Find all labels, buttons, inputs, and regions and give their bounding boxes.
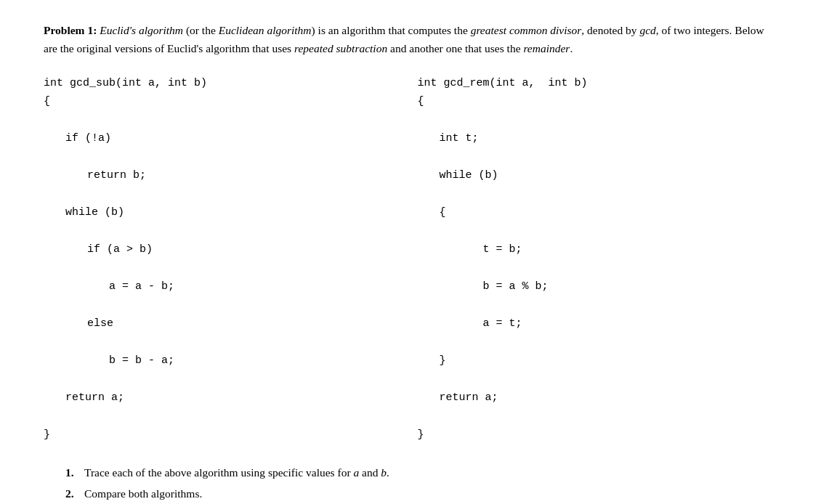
q2-number: 2. — [65, 483, 80, 504]
gcd-sub-b-assign: b = b - a; — [44, 351, 396, 370]
gcd-rem-blank5 — [418, 259, 770, 278]
gcd-rem-blank3 — [418, 185, 770, 204]
q2-text: Compare both algorithms. — [84, 483, 202, 504]
gcd-rem-close-inner: } — [418, 351, 770, 370]
euclidean-algo-text: Euclidean algorithm — [219, 24, 312, 36]
gcd-sub-if: if (!a) — [44, 129, 396, 148]
gcd-rem-while: while (b) — [418, 166, 770, 185]
gcd-sub-return-a: return a; — [44, 389, 396, 407]
q1-number: 1. — [65, 462, 80, 483]
gcd-rem-close-brace: } — [418, 426, 770, 444]
gcd-rem-blank1 — [418, 111, 770, 130]
gcd-sub-blank5 — [44, 259, 396, 278]
euclid-algo-text: Euclid's algorithm — [100, 24, 183, 36]
gcd-rem-signature: int gcd_rem(int a, int b) — [418, 74, 770, 93]
gcd-sub-column: int gcd_sub(int a, int b) { if (!a) retu… — [44, 74, 396, 444]
gcd-sub-blank8 — [44, 370, 396, 389]
gcd-rem-blank6 — [418, 296, 770, 315]
question-1: 1. Trace each of the above algorithm usi… — [65, 462, 769, 483]
gcd-sub-blank9 — [44, 407, 396, 426]
gcd-rem-return-a: return a; — [418, 389, 770, 407]
gcd-rem-blank9 — [418, 407, 770, 426]
gcd-sub-return-b: return b; — [44, 166, 396, 185]
gcd-sub-blank7 — [44, 333, 396, 352]
problem-label: Problem 1: — [44, 24, 97, 36]
code-section: int gcd_sub(int a, int b) { if (!a) retu… — [44, 74, 769, 444]
gcd-rem-open-brace: { — [418, 92, 770, 111]
gcd-rem-blank4 — [418, 222, 770, 241]
gcd-sub-blank4 — [44, 222, 396, 241]
gcd-sub-close-brace: } — [44, 426, 396, 444]
problem-description: Problem 1: Euclid's algorithm (or the Eu… — [44, 22, 769, 58]
gcd-rem-blank7 — [418, 333, 770, 352]
gcd-abbrev: gcd — [639, 24, 655, 36]
gcd-rem-a-assign: a = t; — [418, 314, 770, 333]
gcd-sub-signature: int gcd_sub(int a, int b) — [44, 74, 396, 93]
gcd-rem-blank2 — [418, 148, 770, 167]
gcd-sub-if-ab: if (a > b) — [44, 240, 396, 259]
gcd-rem-open-inner: { — [418, 203, 770, 222]
gcd-rem-column: int gcd_rem(int a, int b) { int t; while… — [410, 74, 770, 444]
repeated-sub-text: repeated subtraction — [294, 42, 387, 54]
gcd-sub-blank2 — [44, 148, 396, 167]
gcd-sub-blank6 — [44, 296, 396, 315]
gcd-rem-blank8 — [418, 370, 770, 389]
gcd-sub-blank1 — [44, 111, 396, 130]
gcd-sub-open-brace: { — [44, 92, 396, 111]
question-2: 2. Compare both algorithms. — [65, 483, 769, 504]
remainder-text: remainder — [523, 42, 570, 54]
q1-text: Trace each of the above algorithm using … — [84, 462, 389, 483]
problem-container: Problem 1: Euclid's algorithm (or the Eu… — [44, 22, 769, 504]
gcd-sub-while: while (b) — [44, 203, 396, 222]
gcd-text: greatest common divisor — [471, 24, 582, 36]
gcd-sub-a-assign: a = a - b; — [44, 277, 396, 296]
gcd-sub-else: else — [44, 314, 396, 333]
gcd-sub-blank3 — [44, 185, 396, 204]
gcd-rem-int-t: int t; — [418, 129, 770, 148]
questions-section: 1. Trace each of the above algorithm usi… — [65, 462, 769, 504]
gcd-rem-b-assign: b = a % b; — [418, 277, 770, 296]
gcd-rem-t-assign: t = b; — [418, 240, 770, 259]
